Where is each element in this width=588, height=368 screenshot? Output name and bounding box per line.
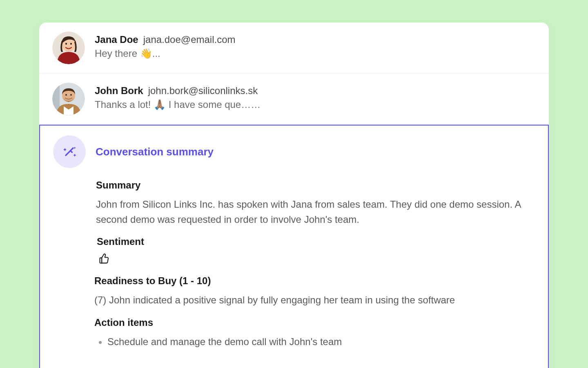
message-content: John Bork john.bork@siliconlinks.sk Than… bbox=[95, 83, 261, 110]
avatar bbox=[52, 83, 85, 115]
message-preview: Hey there 👋... bbox=[95, 48, 236, 59]
svg-point-3 bbox=[65, 43, 67, 45]
section-heading: Action items bbox=[94, 317, 535, 328]
message-row[interactable]: Jana Doe jana.doe@email.com Hey there 👋.… bbox=[39, 22, 549, 74]
svg-line-12 bbox=[71, 151, 72, 153]
section-heading: Readiness to Buy (1 - 10) bbox=[94, 275, 535, 287]
avatar bbox=[52, 31, 85, 64]
sender-email: jana.doe@email.com bbox=[143, 34, 236, 45]
message-preview: Thanks a lot! 🙏🏽 I have some que…… bbox=[95, 99, 261, 110]
section-sentiment: Sentiment bbox=[97, 236, 535, 266]
sender-email: john.bork@siliconlinks.sk bbox=[148, 85, 258, 96]
section-readiness: Readiness to Buy (1 - 10) (7) John indic… bbox=[94, 275, 535, 307]
conversation-summary-panel: Conversation summary Summary John from S… bbox=[39, 125, 549, 368]
svg-point-9 bbox=[65, 94, 67, 96]
list-item: Schedule and manage the demo call with J… bbox=[107, 334, 535, 349]
message-content: Jana Doe jana.doe@email.com Hey there 👋.… bbox=[95, 31, 236, 59]
sender-name: John Bork bbox=[95, 85, 143, 96]
thumbs-up-icon bbox=[98, 253, 535, 266]
summary-title: Conversation summary bbox=[96, 146, 214, 158]
section-heading: Summary bbox=[96, 180, 535, 191]
section-body: John from Silicon Links Inc. has spoken … bbox=[96, 197, 535, 227]
section-summary: Summary John from Silicon Links Inc. has… bbox=[96, 180, 535, 227]
sender-name: Jana Doe bbox=[95, 34, 138, 45]
magic-wand-icon bbox=[53, 135, 86, 168]
action-items-list: Schedule and manage the demo call with J… bbox=[94, 334, 535, 349]
conversation-card: Jana Doe jana.doe@email.com Hey there 👋.… bbox=[39, 22, 549, 368]
section-body: (7) John indicated a positive signal by … bbox=[94, 292, 535, 307]
message-row[interactable]: John Bork john.bork@siliconlinks.sk Than… bbox=[39, 74, 549, 125]
section-actions: Action items Schedule and manage the dem… bbox=[94, 317, 535, 349]
svg-point-4 bbox=[70, 43, 72, 45]
svg-point-10 bbox=[70, 94, 72, 96]
section-heading: Sentiment bbox=[97, 236, 535, 247]
